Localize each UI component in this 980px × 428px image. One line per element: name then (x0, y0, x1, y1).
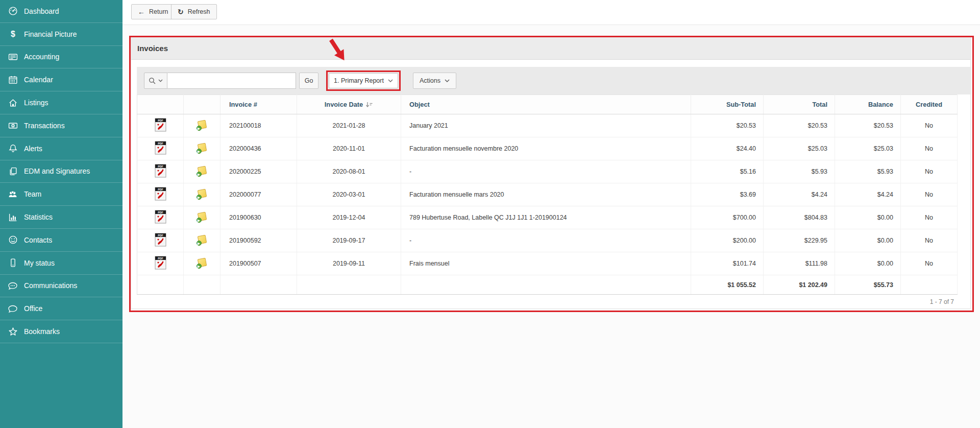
sidebar-item-office[interactable]: Office (0, 297, 122, 320)
cell-object: January 2021 (401, 114, 691, 137)
svg-text:PDF: PDF (158, 142, 163, 145)
sidebar-item-my-status[interactable]: My status (0, 252, 122, 275)
sidebar-item-label: EDM and Signatures (24, 167, 90, 175)
add-note-link[interactable]: ▶ (197, 258, 207, 268)
header-pdf (137, 95, 184, 114)
header-invoice-date[interactable]: Invoice Date (297, 95, 401, 114)
svg-text:PDF: PDF (158, 119, 163, 122)
cell-credited: No (901, 137, 958, 160)
sidebar: Dashboard $ Financial Picture Accounting… (0, 0, 122, 428)
header-balance[interactable]: Balance (835, 95, 901, 114)
sidebar-item-label: My status (24, 259, 55, 267)
add-note-link[interactable]: ▶ (197, 235, 207, 245)
search-options-button[interactable] (144, 73, 167, 89)
cell-invoice-date: 2020-08-01 (297, 160, 401, 183)
invoices-table: Invoice # Invoice Date Object Sub-Total … (137, 94, 958, 295)
pdf-download-link[interactable]: PDF (155, 256, 166, 270)
table-row: PDF ▶ 202100018 2021-01-28 January 2021 … (137, 114, 958, 137)
header-invoice-number[interactable]: Invoice # (220, 95, 297, 114)
pdf-icon: PDF (155, 164, 166, 178)
sidebar-item-calendar[interactable]: Calendar (0, 68, 122, 91)
dashboard-icon (7, 7, 18, 16)
cell-sub-total: $200.00 (691, 229, 764, 252)
actions-button[interactable]: Actions (413, 73, 456, 89)
users-icon (7, 189, 18, 199)
table-footer: 1 - 7 of 7 (137, 294, 957, 310)
pdf-download-link[interactable]: PDF (155, 164, 166, 178)
pdf-download-link[interactable]: PDF (155, 233, 166, 247)
dollar-icon: $ (7, 30, 18, 39)
svg-text:PDF: PDF (158, 257, 163, 260)
cell-credited: No (901, 206, 958, 229)
totals-balance: $55.73 (835, 275, 901, 295)
totals-sub-total: $1 055.52 (691, 275, 764, 295)
refresh-button[interactable]: ↻ Refresh (171, 4, 217, 19)
sidebar-item-team[interactable]: Team (0, 183, 122, 206)
go-button[interactable]: Go (299, 73, 318, 89)
arrow-left-icon: ← (138, 8, 145, 15)
annotation-select-highlight: 1. Primary Report (326, 70, 401, 91)
header-object[interactable]: Object (401, 95, 691, 114)
sidebar-item-transactions[interactable]: 1 Transactions (0, 114, 122, 137)
sidebar-item-edm-and-signatures[interactable]: EDM and Signatures (0, 160, 122, 183)
chevron-down-icon (158, 79, 163, 82)
panel-header: Invoices (131, 37, 970, 60)
arrow-badge-icon: ▶ (197, 218, 202, 223)
pdf-download-link[interactable]: PDF (155, 118, 166, 132)
header-note (184, 95, 220, 114)
svg-text:1: 1 (12, 124, 14, 127)
cell-credited: No (901, 114, 958, 137)
report-select[interactable]: 1. Primary Report (329, 73, 398, 88)
add-note-link[interactable]: ▶ (197, 120, 207, 130)
comment-dots-icon (7, 281, 18, 290)
ledger-icon (7, 52, 18, 61)
pdf-icon: PDF (155, 118, 166, 132)
cell-object: Facturation mensuelle mars 2020 (401, 183, 691, 206)
arrow-badge-icon: ▶ (197, 241, 202, 246)
cell-credited: No (901, 183, 958, 206)
sidebar-item-statistics[interactable]: Statistics (0, 206, 122, 229)
sidebar-item-financial-picture[interactable]: $ Financial Picture (0, 23, 122, 46)
sidebar-item-contacts[interactable]: Contacts (0, 229, 122, 252)
topbar: ← Return ↻ Refresh (122, 0, 980, 25)
sidebar-item-label: Communications (24, 281, 77, 290)
cell-total: $5.93 (764, 160, 835, 183)
sidebar-item-label: Dashboard (24, 7, 59, 15)
pdf-download-link[interactable]: PDF (155, 187, 166, 201)
pdf-icon: PDF (155, 233, 166, 247)
sidebar-item-communications[interactable]: Communications (0, 275, 122, 298)
sidebar-item-alerts[interactable]: Alerts (0, 137, 122, 160)
pdf-download-link[interactable]: PDF (155, 210, 166, 224)
sidebar-item-label: Contacts (24, 236, 52, 244)
cell-invoice-number: 201900630 (220, 206, 297, 229)
comment-icon (7, 304, 18, 313)
sidebar-item-bookmarks[interactable]: Bookmarks (0, 320, 122, 343)
add-note-link[interactable]: ▶ (197, 143, 207, 153)
pdf-download-link[interactable]: PDF (155, 141, 166, 155)
cell-balance: $4.24 (835, 183, 901, 206)
sidebar-item-listings[interactable]: Listings (0, 91, 122, 114)
sidebar-item-label: Statistics (24, 213, 53, 221)
header-sub-total[interactable]: Sub-Total (691, 95, 764, 114)
add-note-link[interactable]: ▶ (197, 212, 207, 222)
search-input[interactable] (167, 73, 296, 89)
sidebar-item-label: Alerts (24, 145, 42, 153)
cell-invoice-date: 2019-09-17 (297, 229, 401, 252)
cell-balance: $0.00 (835, 229, 901, 252)
sidebar-item-dashboard[interactable]: Dashboard (0, 0, 122, 23)
page-title: Invoices (137, 44, 168, 53)
cell-object: - (401, 160, 691, 183)
search-group (144, 73, 296, 89)
add-note-link[interactable]: ▶ (197, 189, 207, 199)
header-total[interactable]: Total (764, 95, 835, 114)
cell-total: $4.24 (764, 183, 835, 206)
bar-chart-icon (7, 212, 18, 222)
chevron-down-icon (388, 79, 393, 83)
cell-invoice-number: 202000225 (220, 160, 297, 183)
header-credited[interactable]: Credited (901, 95, 958, 114)
svg-text:PDF: PDF (158, 188, 163, 191)
return-button[interactable]: ← Return (131, 4, 175, 19)
chevron-down-icon (445, 79, 450, 83)
sidebar-item-accounting[interactable]: Accounting (0, 46, 122, 69)
add-note-link[interactable]: ▶ (197, 166, 207, 176)
